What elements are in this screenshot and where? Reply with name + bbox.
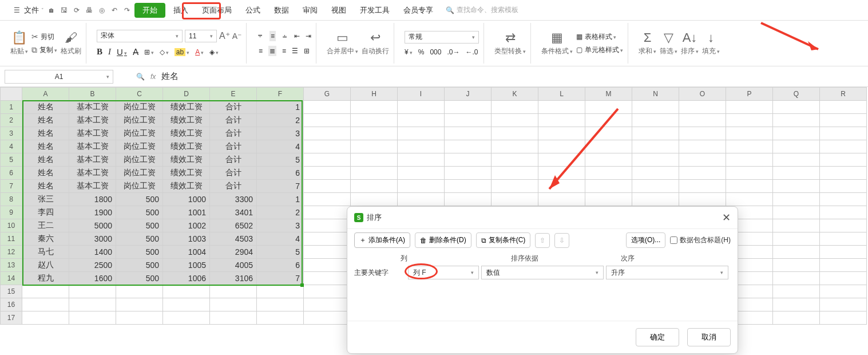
cell-D1[interactable]: 绩效工资 (163, 101, 210, 114)
cell-E3[interactable]: 合计 (210, 127, 257, 140)
cell-R9[interactable] (820, 206, 867, 219)
currency-icon[interactable]: ¥ (405, 48, 413, 56)
cell-R17[interactable] (820, 311, 867, 325)
row-header-17[interactable]: 17 (1, 311, 22, 325)
cell-B1[interactable]: 基本工资 (69, 101, 116, 114)
cell-B12[interactable]: 1400 (69, 246, 116, 259)
dialog-close-button[interactable]: ✕ (722, 211, 731, 224)
cell-N2[interactable] (632, 114, 679, 127)
cell-B3[interactable]: 基本工资 (69, 127, 116, 140)
clear-format-button[interactable]: ◈ (209, 48, 219, 56)
cell-E15[interactable] (210, 285, 257, 298)
align-middle-icon[interactable]: ≡ (269, 31, 276, 41)
indent-decrease-icon[interactable]: ⇤ (294, 32, 300, 40)
cell-Q7[interactable] (773, 180, 820, 193)
cell-C17[interactable] (116, 311, 163, 325)
cell-R12[interactable] (820, 246, 867, 259)
cell-H3[interactable] (351, 127, 398, 140)
row-header-3[interactable]: 3 (1, 127, 22, 140)
selection-handle[interactable] (300, 283, 304, 287)
preview-icon[interactable]: ◎ (97, 5, 107, 15)
cell-L1[interactable] (538, 101, 585, 114)
cell-Q16[interactable] (773, 298, 820, 311)
cell-B10[interactable]: 5000 (69, 219, 116, 232)
cell-N1[interactable] (632, 101, 679, 114)
orientation-icon[interactable]: ⊞ (304, 47, 310, 55)
underline-button[interactable]: U (117, 47, 127, 57)
cell-C12[interactable]: 500 (116, 246, 163, 259)
cell-G7[interactable] (304, 180, 351, 193)
cell-J7[interactable] (445, 180, 492, 193)
cell-M8[interactable] (585, 193, 632, 206)
row-header-2[interactable]: 2 (1, 114, 22, 127)
increase-decimal-icon[interactable]: .0→ (447, 48, 459, 56)
cell-F4[interactable]: 4 (257, 140, 304, 153)
cell-B11[interactable]: 3000 (69, 232, 116, 246)
cell-F6[interactable]: 6 (257, 167, 304, 180)
cell-L6[interactable] (538, 167, 585, 180)
cell-R11[interactable] (820, 232, 867, 246)
cut-button[interactable]: ✂剪切 (31, 32, 57, 42)
col-header-Q[interactable]: Q (773, 88, 820, 101)
cell-P2[interactable] (726, 114, 773, 127)
cell-D2[interactable]: 绩效工资 (163, 114, 210, 127)
cell-A17[interactable] (22, 311, 69, 325)
cell-B6[interactable]: 基本工资 (69, 167, 116, 180)
cell-N4[interactable] (632, 140, 679, 153)
name-box[interactable]: A1 (5, 70, 113, 84)
cell-F17[interactable] (257, 311, 304, 325)
cell-K1[interactable] (492, 101, 538, 114)
move-up-button[interactable]: ⇧ (535, 233, 550, 248)
highlight-button[interactable]: ab (175, 48, 189, 56)
cell-L2[interactable] (538, 114, 585, 127)
cell-D17[interactable] (163, 311, 210, 325)
cell-K7[interactable] (492, 180, 538, 193)
file-menu[interactable]: 文件 ˅ (24, 5, 44, 15)
cell-E16[interactable] (210, 298, 257, 311)
cell-K3[interactable] (492, 127, 538, 140)
cell-I3[interactable] (398, 127, 445, 140)
table-style-button[interactable]: ▦表格样式 (576, 32, 623, 42)
cell-F11[interactable]: 4 (257, 232, 304, 246)
cell-R3[interactable] (820, 127, 867, 140)
cell-L4[interactable] (538, 140, 585, 153)
cell-F1[interactable]: 1 (257, 101, 304, 114)
col-header-E[interactable]: E (210, 88, 257, 101)
col-header-P[interactable]: P (726, 88, 773, 101)
cell-J4[interactable] (445, 140, 492, 153)
row-header-12[interactable]: 12 (1, 246, 22, 259)
cell-C6[interactable]: 岗位工资 (116, 167, 163, 180)
col-header-M[interactable]: M (585, 88, 632, 101)
cell-A6[interactable]: 姓名 (22, 167, 69, 180)
align-top-icon[interactable]: ⫧ (257, 32, 264, 40)
hamburger-icon[interactable]: ☰ (11, 5, 22, 15)
move-down-button[interactable]: ⇩ (554, 233, 569, 248)
cell-H5[interactable] (351, 153, 398, 167)
cell-Q15[interactable] (773, 285, 820, 298)
cell-E13[interactable]: 4005 (210, 259, 257, 272)
fx-label[interactable]: fx (150, 73, 156, 81)
cell-I6[interactable] (398, 167, 445, 180)
auto-wrap-button[interactable]: ↩ 自动换行 (362, 30, 389, 56)
cell-P7[interactable] (726, 180, 773, 193)
cell-G17[interactable] (304, 311, 351, 325)
cell-C10[interactable]: 500 (116, 219, 163, 232)
cell-J5[interactable] (445, 153, 492, 167)
row-header-11[interactable]: 11 (1, 232, 22, 246)
row-header-10[interactable]: 10 (1, 219, 22, 232)
has-header-checkbox[interactable]: 数据包含标题(H) (670, 235, 731, 245)
row-header-5[interactable]: 5 (1, 153, 22, 167)
cell-D15[interactable] (163, 285, 210, 298)
cell-B17[interactable] (69, 311, 116, 325)
home-icon[interactable]: 🏠︎ (46, 5, 57, 15)
cell-G12[interactable] (304, 246, 351, 259)
cell-E1[interactable]: 合计 (210, 101, 257, 114)
cell-A2[interactable]: 姓名 (22, 114, 69, 127)
align-justify-icon[interactable]: ☰ (292, 47, 298, 55)
cell-H6[interactable] (351, 167, 398, 180)
cell-A13[interactable]: 赵八 (22, 259, 69, 272)
cell-D14[interactable]: 1006 (163, 272, 210, 285)
cell-R13[interactable] (820, 259, 867, 272)
cell-N6[interactable] (632, 167, 679, 180)
cell-C15[interactable] (116, 285, 163, 298)
